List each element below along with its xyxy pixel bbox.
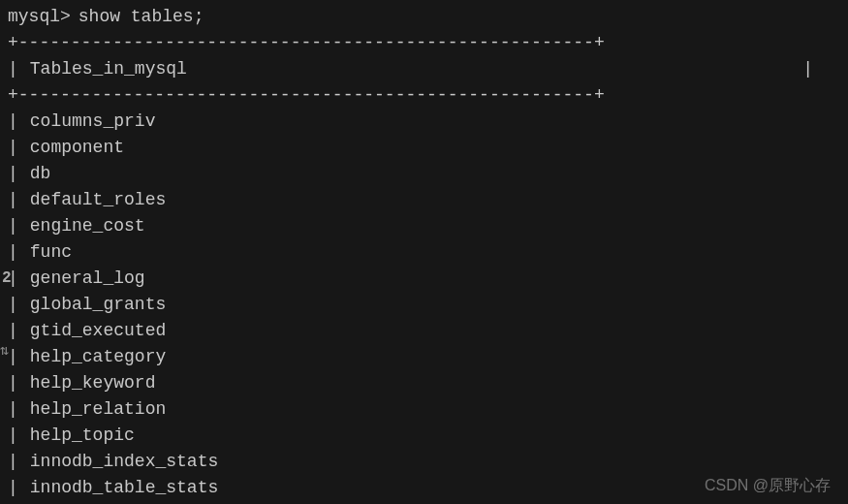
table-header-row: | Tables_in_mysql | [8, 56, 848, 82]
table-cell: db [30, 161, 51, 187]
gutter-line-number: 2 [2, 269, 12, 287]
table-row: |help_keyword [8, 370, 848, 396]
table-rows-container: |columns_priv|component|db|default_roles… [8, 109, 848, 504]
table-cell: global_grants [30, 292, 166, 318]
csdn-watermark: CSDN @原野心存 [705, 476, 831, 496]
table-cell: help_relation [30, 396, 166, 423]
sql-command: show tables; [79, 4, 204, 30]
gutter-fold-icon: ⇅ [0, 341, 9, 360]
table-row: |engine_cost [8, 213, 848, 239]
table-header-label: Tables_in_mysql [30, 56, 187, 82]
mysql-terminal-output: mysql> show tables; +-------------------… [0, 0, 848, 504]
table-row: |help_relation [8, 396, 848, 423]
table-row: |db [8, 161, 848, 187]
table-row: |default_roles [8, 187, 848, 213]
table-row: |global_grants [8, 292, 848, 318]
table-row: |general_log [8, 266, 848, 292]
table-cell: general_log [30, 266, 145, 292]
table-cell: innodb_index_stats [30, 449, 218, 475]
table-cell: func [30, 239, 72, 266]
table-row: |help_topic [8, 423, 848, 449]
table-row: |component [8, 135, 848, 161]
table-row: |func [8, 239, 848, 266]
table-cell: gtid_executed [30, 318, 166, 344]
pipe-char: | [802, 56, 813, 82]
table-cell: component [30, 135, 124, 161]
table-cell: engine_cost [30, 213, 145, 239]
table-row: |help_category [8, 344, 848, 370]
table-cell: help_category [30, 344, 166, 370]
table-cell: innodb_table_stats [30, 475, 218, 501]
table-cell: default_roles [30, 187, 166, 213]
prompt-line[interactable]: mysql> show tables; [8, 4, 848, 30]
pipe-char: | [8, 56, 18, 82]
table-row: |innodb_index_stats [8, 449, 848, 475]
table-cell: help_keyword [30, 370, 156, 396]
table-row: |columns_priv [8, 109, 848, 135]
table-border-mid: +---------------------------------------… [8, 82, 848, 109]
table-cell: columns_priv [30, 109, 156, 135]
table-border-top: +---------------------------------------… [8, 30, 848, 56]
table-cell: help_topic [30, 423, 135, 449]
table-row: |gtid_executed [8, 318, 848, 344]
